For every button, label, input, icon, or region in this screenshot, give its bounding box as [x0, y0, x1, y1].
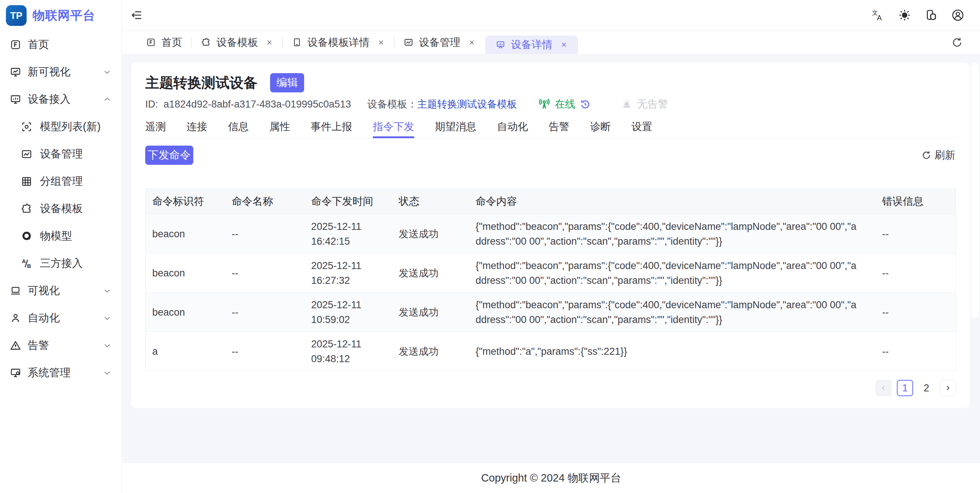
sidebar-menu: 首页 新可视化 设备接入	[0, 31, 122, 386]
chevron-down-icon	[103, 369, 111, 377]
broadcast-antenna-icon	[538, 97, 551, 111]
sidebar-item-system-management[interactable]: 系统管理	[0, 359, 122, 386]
online-status-text: 在线	[555, 97, 575, 111]
reload-page-icon[interactable]	[951, 37, 963, 48]
cell-content: {"method":"beacon","params":{"code":400,…	[469, 258, 875, 288]
app-window: TP 物联网平台 首页 新可视化	[0, 0, 980, 493]
table-row[interactable]: beacon -- 2025-12-1116:42:15 发送成功 {"meth…	[146, 214, 956, 253]
col-command-name: 命令名称	[225, 194, 304, 209]
tablet-icon	[292, 37, 302, 47]
sidebar-item-label: 自动化	[28, 311, 60, 326]
cell-status: 发送成功	[392, 266, 469, 280]
cell-command-name: --	[225, 344, 304, 359]
tab-diagnosis[interactable]: 诊断	[590, 117, 611, 138]
pagination: 1 2	[145, 380, 956, 396]
sidebar-item-third-party-access[interactable]: AB 三方接入	[0, 250, 122, 277]
tab-home[interactable]: 首页	[146, 35, 182, 49]
sidebar-item-new-visualization[interactable]: 新可视化	[0, 58, 122, 86]
close-icon[interactable]	[377, 39, 385, 46]
edit-button[interactable]: 编辑	[270, 73, 304, 92]
close-icon[interactable]	[468, 39, 476, 46]
send-command-button[interactable]: 下发命令	[145, 146, 193, 165]
pagination-next-button[interactable]	[940, 380, 956, 396]
cell-command-id: beacon	[146, 266, 225, 280]
cell-send-time: 2025-12-1116:27:32	[304, 258, 392, 288]
sidebar-item-thing-model[interactable]: 物模型	[0, 223, 122, 250]
cell-send-time: 2025-12-1116:42:15	[304, 219, 392, 249]
sidebar-item-label: 物模型	[40, 229, 72, 243]
pagination-prev-button[interactable]	[875, 380, 892, 396]
pagination-page-1[interactable]: 1	[897, 380, 913, 396]
tab-telemetry[interactable]: 遥测	[145, 117, 166, 138]
refresh-button[interactable]: 刷新	[921, 148, 955, 162]
tab-connection[interactable]: 连接	[187, 117, 207, 138]
tab-attributes[interactable]: 属性	[269, 117, 290, 138]
theme-sun-icon[interactable]	[898, 8, 911, 22]
svg-text:A: A	[22, 258, 26, 264]
scrollbar-thumb[interactable]	[971, 63, 979, 318]
table-row[interactable]: a -- 2025-12-1109:48:12 发送成功 {"method":"…	[146, 331, 956, 371]
tab-settings[interactable]: 设置	[632, 117, 652, 138]
tab-expected-message[interactable]: 期望消息	[435, 117, 476, 138]
sidebar-item-label: 三方接入	[40, 256, 83, 271]
cell-status: 发送成功	[392, 227, 469, 241]
chevron-down-icon	[103, 68, 111, 76]
tab-device-template[interactable]: 设备模板	[201, 35, 273, 49]
sidebar-item-device-access[interactable]: 设备接入	[0, 86, 122, 113]
copyright-text: Copyright © 2024 物联网平台	[481, 471, 621, 486]
tab-label: 设备模板	[216, 35, 258, 49]
close-icon[interactable]	[266, 39, 273, 46]
home-icon	[10, 39, 21, 51]
sidebar-item-device-template[interactable]: 设备模板	[0, 195, 122, 223]
table-header-row: 命令标识符 命令名称 命令下发时间 状态 命令内容 错误信息	[146, 189, 956, 214]
sidebar-item-label: 系统管理	[28, 366, 71, 380]
sidebar-item-home[interactable]: 首页	[0, 31, 122, 58]
language-translate-icon[interactable]: 文A	[871, 8, 885, 22]
tab-separator	[191, 37, 192, 48]
tab-info[interactable]: 信息	[228, 117, 249, 138]
tab-event-report[interactable]: 事件上报	[311, 117, 352, 138]
sidebar-collapse-icon[interactable]	[130, 9, 143, 21]
chevron-down-icon	[103, 287, 111, 295]
scan-frame-icon	[21, 121, 32, 133]
sidebar-item-device-management[interactable]: 设备管理	[0, 140, 122, 168]
table-row[interactable]: beacon -- 2025-12-1110:59:02 发送成功 {"meth…	[146, 292, 956, 331]
pagination-page-2[interactable]: 2	[918, 380, 935, 396]
history-clock-icon[interactable]	[579, 98, 591, 110]
tab-label: 首页	[161, 35, 182, 49]
sidebar-item-group-management[interactable]: 分组管理	[0, 168, 122, 195]
brand-logo-icon: TP	[6, 5, 27, 26]
sidebar-item-label: 新可视化	[28, 65, 71, 80]
tab-label: 设备详情	[511, 38, 552, 52]
tab-automation[interactable]: 自动化	[497, 117, 528, 138]
cell-error: --	[875, 266, 956, 280]
page-footer: Copyright © 2024 物联网平台	[123, 463, 980, 493]
sidebar-item-label: 首页	[28, 37, 49, 52]
home-icon	[146, 37, 156, 47]
circle-model-icon	[21, 230, 32, 242]
tab-device-management[interactable]: 设备管理	[404, 35, 476, 49]
warning-triangle-icon	[10, 340, 21, 351]
laptop-icon	[10, 285, 21, 297]
tab-separator	[394, 37, 394, 48]
sidebar-item-visualization[interactable]: 可视化	[0, 277, 122, 305]
user-avatar-icon[interactable]	[951, 8, 964, 22]
device-template-link[interactable]: 主题转换测试设备模板	[417, 97, 517, 111]
picture-icon	[21, 148, 32, 160]
refresh-icon	[921, 150, 932, 161]
cell-error: --	[875, 305, 956, 320]
theme-palette-icon[interactable]	[924, 8, 938, 22]
tab-command-send[interactable]: 指令下发	[373, 117, 414, 138]
tab-alarm[interactable]: 告警	[549, 117, 570, 138]
tab-device-detail-active[interactable]: 设备详情	[485, 35, 578, 54]
table-row[interactable]: beacon -- 2025-12-1116:27:32 发送成功 {"meth…	[146, 253, 956, 292]
tab-device-template-detail[interactable]: 设备模板详情	[292, 35, 385, 49]
sidebar-item-alarm[interactable]: 告警	[0, 332, 122, 359]
main-area: 文A 首页 设备模	[123, 0, 980, 493]
puzzle-icon	[21, 203, 32, 215]
sidebar-item-automation[interactable]: 自动化	[0, 305, 122, 332]
svg-text:A: A	[877, 14, 882, 22]
close-icon[interactable]	[560, 41, 568, 48]
brand[interactable]: TP 物联网平台	[0, 0, 122, 31]
sidebar-item-model-list-new[interactable]: 模型列表(新)	[0, 113, 122, 140]
